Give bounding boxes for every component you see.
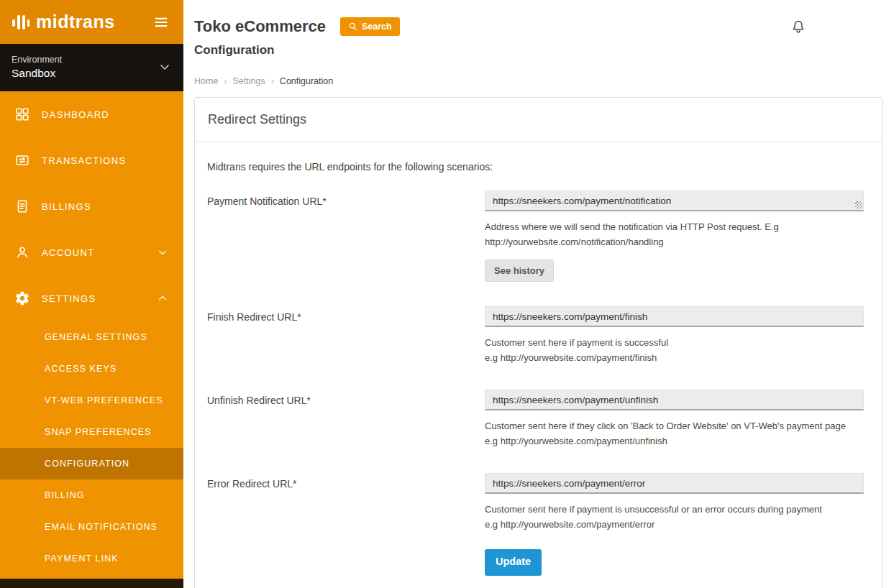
breadcrumb-home[interactable]: Home — [194, 76, 218, 86]
payment-notification-url-input[interactable] — [485, 190, 864, 211]
sidebar-item-transactions[interactable]: TRANSACTIONS — [0, 137, 183, 183]
transactions-icon — [14, 152, 30, 168]
field-label: Unfinish Redirect URL* — [207, 390, 485, 449]
search-button[interactable]: Search — [340, 17, 400, 36]
breadcrumb-separator: › — [271, 76, 274, 86]
dashboard-icon — [14, 106, 30, 122]
help-line: Customer sent here if payment is success… — [485, 335, 864, 350]
subitem-label: PAYMENT LINK — [45, 553, 119, 564]
help-line: e.g http://yourwebsite.com/payment/unfin… — [485, 433, 864, 449]
sidebar-item-label: ACCOUNT — [42, 247, 156, 258]
redirect-settings-card: Redirect Settings Midtrans requires the … — [194, 97, 882, 588]
sidebar-subitem-general-settings[interactable]: GENERAL SETTINGS — [0, 321, 183, 353]
search-icon — [348, 22, 357, 31]
subitem-label: GENERAL SETTINGS — [45, 332, 147, 342]
settings-submenu: GENERAL SETTINGS ACCESS KEYS VT-WEB PREF… — [0, 321, 183, 574]
topbar: Toko eCommerce Search — [183, 0, 894, 42]
breadcrumb-settings[interactable]: Settings — [233, 76, 265, 86]
help-line: Customer sent here if they click on 'Bac… — [485, 418, 864, 433]
sidebar-item-account[interactable]: ACCOUNT — [0, 229, 183, 275]
error-redirect-url-row: Error Redirect URL* Customer sent here i… — [207, 473, 870, 576]
help-line: e.g http://yourwebsite.com/payment/finis… — [485, 350, 864, 365]
sidebar-item-label: DASHBOARD — [42, 109, 169, 120]
sidebar-subitem-payment-link[interactable]: PAYMENT LINK — [0, 543, 183, 574]
sidebar-subitem-configuration[interactable]: CONFIGURATION — [0, 448, 183, 479]
sidebar-subitem-access-keys[interactable]: ACCESS KEYS — [0, 353, 183, 385]
unfinish-redirect-url-row: Unfinish Redirect URL* Customer sent her… — [207, 390, 870, 449]
finish-redirect-url-input[interactable] — [485, 306, 864, 327]
field-help: Customer sent here if payment is success… — [485, 335, 864, 365]
sidebar-subitem-email-notifications[interactable]: EMAIL NOTIFICATIONS — [0, 511, 183, 543]
field-label: Error Redirect URL* — [207, 473, 485, 576]
subitem-label: CONFIGURATION — [45, 459, 129, 469]
account-icon — [14, 244, 30, 260]
breadcrumb-current: Configuration — [280, 76, 333, 86]
sidebar-item-settings[interactable]: SETTINGS — [0, 275, 183, 321]
page-title: Configuration — [194, 43, 894, 58]
search-button-label: Search — [362, 22, 392, 32]
update-button[interactable]: Update — [485, 549, 542, 576]
field-help: Address where we will send the notificat… — [485, 219, 864, 249]
intro-text: Midtrans requires the URL endpoints for … — [207, 161, 870, 173]
sidebar-bottom-strip — [0, 579, 183, 588]
payment-notification-url-row: Payment Notification URL* Address where … — [207, 190, 870, 282]
main-content: Toko eCommerce Search Configuration Home… — [183, 0, 894, 588]
notification-bell-icon[interactable] — [790, 19, 806, 35]
subitem-label: BILLING — [45, 490, 85, 500]
environment-selector[interactable]: Environment Sandbox — [0, 44, 183, 91]
unfinish-redirect-url-input[interactable] — [485, 390, 864, 410]
card-body: Midtrans requires the URL endpoints for … — [195, 142, 882, 576]
sidebar-item-dashboard[interactable]: DASHBOARD — [0, 91, 183, 137]
sidebar-item-billings[interactable]: BILLINGS — [0, 183, 183, 229]
subitem-label: ACCESS KEYS — [45, 364, 117, 374]
resize-grip[interactable] — [855, 201, 862, 208]
sidebar-menu: DASHBOARD TRANSACTIONS BILLINGS — [0, 91, 183, 574]
finish-redirect-url-row: Finish Redirect URL* Customer sent here … — [207, 306, 870, 365]
see-history-button[interactable]: See history — [485, 259, 554, 282]
sidebar-item-label: SETTINGS — [42, 293, 156, 304]
sidebar-logo-bar: midtrans — [0, 0, 183, 44]
hamburger-menu-icon[interactable] — [153, 14, 169, 30]
breadcrumb-separator: › — [224, 76, 227, 86]
chevron-down-icon — [156, 246, 169, 259]
billings-icon — [14, 198, 30, 214]
breadcrumb: Home › Settings › Configuration — [194, 76, 894, 86]
subitem-label: SNAP PREFERENCES — [45, 427, 152, 437]
sidebar-item-label: BILLINGS — [42, 201, 169, 212]
field-label: Finish Redirect URL* — [207, 306, 485, 365]
card-header: Redirect Settings — [195, 98, 882, 142]
sidebar-item-label: TRANSACTIONS — [42, 155, 169, 166]
midtrans-logo: midtrans — [12, 12, 115, 32]
help-line: e.g http://yourwebsite.com/payment/error — [485, 517, 864, 532]
sidebar-subitem-billing[interactable]: BILLING — [0, 479, 183, 511]
help-line: Address where we will send the notificat… — [485, 219, 864, 249]
chevron-down-icon — [158, 60, 172, 74]
subitem-label: VT-WEB PREFERENCES — [45, 395, 163, 405]
sidebar-subitem-vtweb-preferences[interactable]: VT-WEB PREFERENCES — [0, 385, 183, 416]
merchant-title: Toko eCommerce — [194, 17, 326, 36]
help-line: Customer sent here if payment is unsucce… — [485, 502, 864, 517]
field-label: Payment Notification URL* — [207, 190, 485, 282]
error-redirect-url-input[interactable] — [485, 473, 864, 494]
settings-gear-icon — [14, 290, 30, 306]
subitem-label: EMAIL NOTIFICATIONS — [45, 522, 158, 532]
sidebar: midtrans Environment Sandbox DASHBOARD — [0, 0, 183, 588]
midtrans-logo-icon — [12, 13, 30, 32]
card-title: Redirect Settings — [208, 112, 869, 127]
logo-wordmark: midtrans — [36, 12, 115, 32]
field-help: Customer sent here if payment is unsucce… — [485, 502, 864, 532]
environment-value: Sandbox — [12, 67, 62, 80]
chevron-up-icon — [156, 292, 169, 305]
sidebar-subitem-snap-preferences[interactable]: SNAP PREFERENCES — [0, 416, 183, 448]
environment-label: Environment — [12, 55, 62, 65]
field-help: Customer sent here if they click on 'Bac… — [485, 418, 864, 449]
